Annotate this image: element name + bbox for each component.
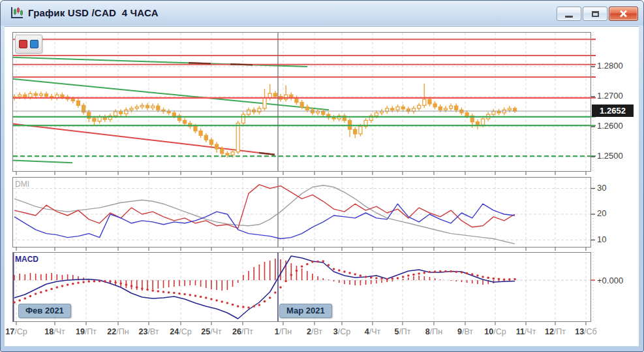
- x-axis-ticks: [12, 322, 591, 327]
- date-label: 23/Вт: [138, 327, 159, 336]
- date-axis: 17/Ср18/Чт19/Пт22/Пн23/Вт24/Ср25/Чт26/Пт…: [1, 327, 644, 339]
- date-label: 9/Вт: [457, 327, 473, 336]
- maximize-button[interactable]: [583, 7, 607, 21]
- chart-icon: [10, 7, 24, 20]
- month-label: Фев 2021: [18, 304, 71, 318]
- dmi-axis-label: 30: [597, 183, 606, 193]
- blue-tool-button[interactable]: [30, 40, 38, 48]
- window-title: График USD /CAD 4 ЧАСА: [28, 7, 159, 18]
- minimize-button[interactable]: [557, 7, 581, 21]
- date-label: 4/Чт: [365, 327, 380, 336]
- close-button[interactable]: [609, 7, 638, 21]
- close-icon: [619, 10, 628, 18]
- date-label: 2/Вт: [307, 327, 322, 336]
- macd-panel-label: MACD: [15, 255, 38, 264]
- current-price-tag: 1.2652: [592, 104, 634, 117]
- price-axis-label: 1.2800: [597, 61, 623, 71]
- price-axis-label: 1.2700: [597, 91, 623, 101]
- date-label: 22/Пн: [107, 327, 129, 336]
- drawing-toolbar: [15, 35, 42, 54]
- date-label: 25/Чт: [201, 327, 221, 336]
- dmi-axis-label: 20: [597, 208, 606, 218]
- date-label: 17/Ср: [5, 327, 27, 336]
- chart-window: График USD /CAD 4 ЧАСА DMI MACD 1.2652 +…: [0, 0, 644, 352]
- date-label: 19/Пт: [76, 327, 97, 336]
- red-tool-button[interactable]: [19, 40, 27, 48]
- date-label: 3/Ср: [333, 327, 350, 336]
- price-axis-label: 1.2500: [597, 151, 623, 161]
- date-label: 8/Пн: [425, 327, 442, 336]
- date-label: 5/Пт: [394, 327, 410, 336]
- x-axis-ticks: [12, 248, 591, 252]
- dmi-panel-label: DMI: [15, 180, 29, 189]
- dmi-chart-canvas[interactable]: [12, 177, 591, 248]
- title-bar[interactable]: График USD /CAD 4 ЧАСА: [1, 1, 643, 25]
- date-label: 18/Чт: [44, 327, 65, 336]
- date-label: 24/Ср: [170, 327, 191, 336]
- date-label: 26/Пт: [232, 327, 253, 336]
- date-label: 12/Пт: [545, 327, 566, 336]
- price-axis-label: 1.2600: [597, 121, 623, 131]
- date-label: 1/Пн: [275, 327, 292, 336]
- month-label: Мар 2021: [279, 304, 332, 318]
- date-label: 10/Ср: [484, 327, 506, 336]
- macd-zero-label: +0.000: [597, 276, 623, 285]
- date-label: 11/Чт: [516, 327, 536, 336]
- date-label: 13/Сб: [575, 327, 597, 336]
- x-axis-ticks: [12, 172, 591, 176]
- main-chart-canvas[interactable]: [12, 32, 591, 172]
- maximize-icon: [592, 11, 599, 17]
- dmi-axis-label: 10: [597, 234, 606, 244]
- minimize-icon: [565, 16, 573, 18]
